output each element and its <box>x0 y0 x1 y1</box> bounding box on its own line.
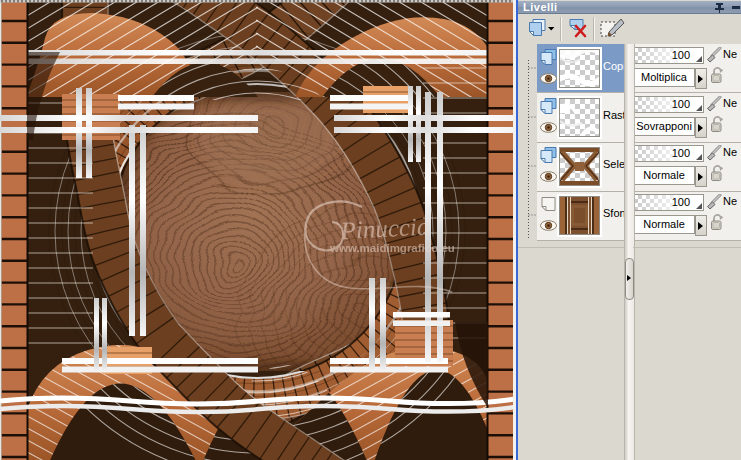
svg-text:Pinuccia: Pinuccia <box>339 213 430 245</box>
svg-text:www.maidimgrafico.eu: www.maidimgrafico.eu <box>329 242 455 254</box>
